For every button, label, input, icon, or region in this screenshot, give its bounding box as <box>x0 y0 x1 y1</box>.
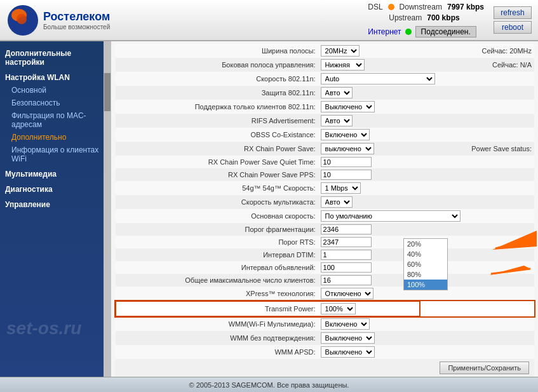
obss-select[interactable]: Включено <box>321 129 370 140</box>
logo-icon <box>6 4 39 37</box>
field-label: Порог фрагментации: <box>116 223 318 236</box>
xpress-select[interactable]: Отключено <box>321 288 373 299</box>
field-value: Выключено <box>318 345 534 359</box>
dropdown-option-80[interactable]: 80% <box>404 269 447 280</box>
transmit-power-value: 100% <box>318 301 420 316</box>
quiet-time-input[interactable] <box>321 157 372 167</box>
field-value: Выключено <box>318 331 534 345</box>
protection-select[interactable]: Авто <box>321 87 353 98</box>
field-label: Скорость мультикаста: <box>116 195 318 209</box>
table-row: Защита 802.11n: Авто <box>116 86 534 100</box>
field-value: Включено <box>318 128 534 142</box>
multicast-speed-select[interactable]: Авто <box>321 196 353 208</box>
field-label: Интервал DTIM: <box>116 248 318 261</box>
field-label: RX Chain Power Save Quiet Time: <box>116 156 318 168</box>
field-value <box>318 156 534 168</box>
sidebar-item-management[interactable]: Управление <box>0 198 111 211</box>
logo-area: Ростелеком Больше возможностей <box>6 4 121 37</box>
field-label: Порог RTS: <box>116 236 318 248</box>
watermark: set-os.ru <box>6 318 81 339</box>
reboot-button[interactable]: reboot <box>494 21 532 34</box>
wmm-select[interactable]: Включено <box>321 318 370 330</box>
dtim-interval-input[interactable] <box>321 250 372 260</box>
sidebar-item-advanced[interactable]: Дополнительно <box>0 131 111 144</box>
field-label: XPress™ технология: <box>116 287 318 301</box>
internet-row: Интернет Подсоединен. <box>368 26 476 37</box>
upstream-row: Upstream 700 kbps <box>368 13 459 22</box>
main-layout: Дополнительные настройки Настройка WLAN … <box>0 41 538 377</box>
beacon-interval-input[interactable] <box>321 262 372 273</box>
54g-speed-select[interactable]: 1 Mbps <box>321 182 361 194</box>
downstream-label: Downstream <box>400 3 442 11</box>
wmm-apsd-select[interactable]: Выключено <box>321 346 375 358</box>
power-save-status: Power Save status: <box>420 142 534 156</box>
table-row: Порог RTS: <box>116 236 534 248</box>
table-row: Интервал DTIM: <box>116 248 534 261</box>
now-label: Сейчас: N/A <box>420 58 534 72</box>
field-value: 20MHz40MHz <box>318 44 420 58</box>
wmm-no-ack-select[interactable]: Выключено <box>321 332 375 344</box>
footer-text: © 2005-2013 SAGEMCOM. Все права защищены… <box>189 381 349 389</box>
footer: © 2005-2013 SAGEMCOM. Все права защищены… <box>0 377 538 392</box>
sidebar-scrollbar[interactable] <box>104 41 111 377</box>
table-row: Ширина полосы: 20MHz40MHz Сейчас: 20MHz <box>116 44 534 58</box>
max-clients-input[interactable] <box>321 275 372 285</box>
sidebar-item-security[interactable]: Безопасность <box>0 97 111 109</box>
fragmentation-threshold-input[interactable] <box>321 224 372 234</box>
table-row: RX Chain Power Save Quiet Time: <box>116 156 534 168</box>
table-row: Боковая полоса управления: НижняяВерхняя… <box>116 58 534 72</box>
field-label: Интервал объявлений: <box>116 261 318 274</box>
sidebar-item-wifi-clients[interactable]: Информация о клиентах WiFi <box>0 144 111 165</box>
settings-table: Ширина полосы: 20MHz40MHz Сейчас: 20MHz … <box>115 44 534 359</box>
header: Ростелеком Больше возможностей DSL Downs… <box>0 0 538 41</box>
sidebar-item-mac-filter[interactable]: Фильтрация по MAC- адресам <box>0 109 111 131</box>
table-row: OBSS Co-Existance: Включено <box>116 128 534 142</box>
speed-802-select[interactable]: Auto <box>321 73 435 84</box>
clients-only-select[interactable]: Выключено <box>321 101 375 112</box>
sidebar-item-basic[interactable]: Основной <box>0 84 111 97</box>
bandwidth-select[interactable]: 20MHz40MHz <box>321 45 360 57</box>
transmit-power-dropdown[interactable]: 20% 40% 60% 80% 100% <box>403 238 448 290</box>
internet-label: Интернет <box>368 27 401 36</box>
settings-wrapper: Ширина полосы: 20MHz40MHz Сейчас: 20MHz … <box>111 41 538 377</box>
apply-row: Применить/Сохранить <box>115 359 534 377</box>
sidebar-item-additional-settings[interactable]: Дополнительные настройки <box>0 47 111 69</box>
rts-threshold-input[interactable] <box>321 237 372 247</box>
rifs-select[interactable]: Авто <box>321 115 353 126</box>
table-row: RX Chain Power Save: выключено Power Sav… <box>116 142 534 156</box>
dropdown-option-20[interactable]: 20% <box>404 239 447 249</box>
dropdown-option-100[interactable]: 100% <box>404 280 447 290</box>
field-label: RX Chain Power Save PPS: <box>116 168 318 181</box>
logo-text: Ростелеком Больше возможностей <box>43 10 110 30</box>
upstream-value: 700 kbps <box>427 13 459 22</box>
sidebar-item-wlan-setup[interactable]: Настройка WLAN <box>0 71 111 84</box>
header-buttons: refresh reboot <box>494 6 532 34</box>
refresh-button[interactable]: refresh <box>494 6 532 19</box>
sidebar-item-diagnostics[interactable]: Диагностика <box>0 183 111 196</box>
table-row: Общее имаксимальное число клиентов: <box>116 274 534 287</box>
rx-power-save-select[interactable]: выключено <box>321 143 374 154</box>
table-row: WMM без подтверждения: Выключено <box>116 331 534 345</box>
base-rate-select[interactable]: По умолчанию <box>321 210 461 222</box>
internet-dot <box>405 29 412 35</box>
field-label: Скорость 802.11n: <box>116 72 318 86</box>
dropdown-option-40[interactable]: 40% <box>404 249 447 259</box>
logo-sub-text: Больше возможностей <box>43 24 110 30</box>
sidebar-item-multimedia[interactable]: Мультимедиа <box>0 168 111 180</box>
transmit-power-select[interactable]: 100% <box>321 303 356 314</box>
field-value: Авто <box>318 86 534 100</box>
dsl-row: DSL Downstream 7997 kbps <box>368 3 484 11</box>
sideband-select[interactable]: НижняяВерхняя <box>321 59 365 71</box>
dropdown-option-60[interactable]: 60% <box>404 259 447 269</box>
header-status: DSL Downstream 7997 kbps Upstream 700 kb… <box>368 3 484 37</box>
sidebar: Дополнительные настройки Настройка WLAN … <box>0 41 111 377</box>
field-value <box>318 223 534 236</box>
downstream-value: 7997 kbps <box>447 3 484 11</box>
upstream-label: Upstream <box>389 13 422 22</box>
sidebar-scroll-thumb[interactable] <box>104 73 111 111</box>
pps-input[interactable] <box>321 170 372 180</box>
apply-save-button[interactable]: Применить/Сохранить <box>440 362 529 374</box>
transmit-power-label: Transmit Power: <box>116 301 318 316</box>
field-label: RX Chain Power Save: <box>116 142 318 156</box>
logo-main-text: Ростелеком <box>43 10 110 24</box>
